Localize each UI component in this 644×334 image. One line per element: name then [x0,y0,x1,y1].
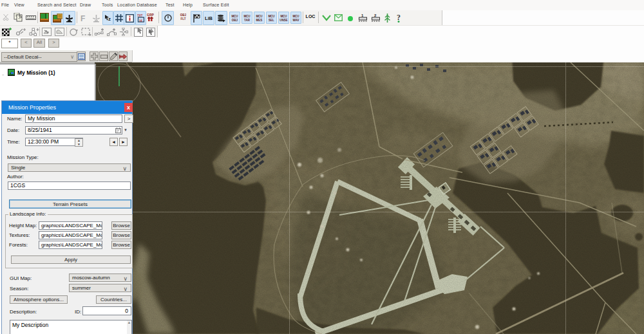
svg-text:1: 1 [361,14,364,17]
svg-text:H: H [139,18,142,22]
svg-text:2: 2 [374,14,377,17]
svg-text:GRP: GRP [147,13,155,17]
svg-text:TXT: TXT [137,14,143,17]
svg-text:z: z [108,16,111,22]
svg-text:?: ? [397,13,401,22]
